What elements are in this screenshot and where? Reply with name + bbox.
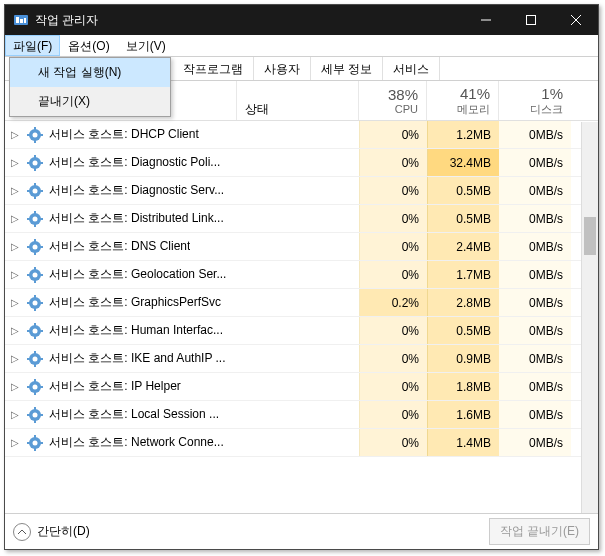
process-row[interactable]: ▷서비스 호스트: DNS Client0%2.4MB0MB/s: [5, 233, 598, 261]
svg-rect-23: [34, 196, 36, 199]
gear-icon: [27, 351, 43, 367]
svg-rect-13: [40, 134, 43, 136]
file-dropdown: 새 작업 실행(N) 끝내기(X): [9, 57, 171, 117]
process-disk: 0MB/s: [499, 345, 571, 372]
svg-rect-72: [27, 414, 30, 416]
svg-rect-28: [34, 211, 36, 214]
svg-point-27: [33, 216, 38, 221]
svg-rect-35: [34, 252, 36, 255]
process-disk: 0MB/s: [499, 177, 571, 204]
svg-rect-52: [34, 323, 36, 326]
chevron-up-icon: [13, 523, 31, 541]
expand-icon[interactable]: ▷: [11, 269, 23, 280]
svg-rect-71: [34, 420, 36, 423]
process-memory: 1.7MB: [427, 261, 499, 288]
process-name: 서비스 호스트: Diagnostic Poli...: [49, 154, 220, 171]
header-disk[interactable]: 1% 디스크: [499, 81, 571, 120]
process-row[interactable]: ▷서비스 호스트: DHCP Client0%1.2MB0MB/s: [5, 121, 598, 149]
svg-rect-41: [34, 280, 36, 283]
maximize-button[interactable]: [508, 5, 553, 35]
expand-icon[interactable]: ▷: [11, 213, 23, 224]
menu-options[interactable]: 옵션(O): [60, 35, 117, 56]
process-row[interactable]: ▷서비스 호스트: Local Session ...0%1.6MB0MB/s: [5, 401, 598, 429]
expand-icon[interactable]: ▷: [11, 437, 23, 448]
process-row[interactable]: ▷서비스 호스트: Diagnostic Poli...0%32.4MB0MB/…: [5, 149, 598, 177]
process-row[interactable]: ▷서비스 호스트: Distributed Link...0%0.5MB0MB/…: [5, 205, 598, 233]
titlebar[interactable]: 작업 관리자: [5, 5, 598, 35]
svg-rect-19: [40, 162, 43, 164]
minimize-button[interactable]: [463, 5, 508, 35]
svg-rect-42: [27, 274, 30, 276]
svg-rect-78: [27, 442, 30, 444]
tab-services[interactable]: 서비스: [383, 57, 440, 80]
process-memory: 0.5MB: [427, 205, 499, 232]
process-name: 서비스 호스트: DHCP Client: [49, 126, 199, 143]
fewer-details-label: 간단히(D): [37, 523, 90, 540]
process-memory: 0.5MB: [427, 177, 499, 204]
svg-rect-31: [40, 218, 43, 220]
svg-rect-70: [34, 407, 36, 410]
process-disk: 0MB/s: [499, 289, 571, 316]
gear-icon: [27, 155, 43, 171]
process-name: 서비스 호스트: Distributed Link...: [49, 210, 224, 227]
header-status[interactable]: 상태: [237, 81, 359, 120]
svg-point-9: [33, 132, 38, 137]
process-row[interactable]: ▷서비스 호스트: Human Interfac...0%0.5MB0MB/s: [5, 317, 598, 345]
expand-icon[interactable]: ▷: [11, 325, 23, 336]
svg-point-39: [33, 272, 38, 277]
svg-rect-73: [40, 414, 43, 416]
process-row[interactable]: ▷서비스 호스트: IKE and AuthIP ...0%0.9MB0MB/s: [5, 345, 598, 373]
svg-point-63: [33, 384, 38, 389]
svg-rect-30: [27, 218, 30, 220]
process-name: 서비스 호스트: DNS Client: [49, 238, 190, 255]
svg-rect-25: [40, 190, 43, 192]
svg-rect-43: [40, 274, 43, 276]
disk-percent: 1%: [507, 85, 563, 102]
menubar: 파일(F) 옵션(O) 보기(V) 새 작업 실행(N) 끝내기(X): [5, 35, 598, 57]
process-row[interactable]: ▷서비스 호스트: GraphicsPerfSvc0.2%2.8MB0MB/s: [5, 289, 598, 317]
scrollbar[interactable]: [581, 122, 598, 513]
menu-new-task[interactable]: 새 작업 실행(N): [10, 58, 170, 87]
tab-users[interactable]: 사용자: [254, 57, 311, 80]
svg-rect-2: [20, 19, 23, 23]
tab-startup[interactable]: 작프로그램: [173, 57, 254, 80]
svg-point-69: [33, 412, 38, 417]
expand-icon[interactable]: ▷: [11, 297, 23, 308]
svg-rect-79: [40, 442, 43, 444]
svg-rect-60: [27, 358, 30, 360]
svg-rect-66: [27, 386, 30, 388]
memory-label: 메모리: [435, 102, 490, 117]
svg-rect-76: [34, 435, 36, 438]
process-row[interactable]: ▷서비스 호스트: IP Helper0%1.8MB0MB/s: [5, 373, 598, 401]
expand-icon[interactable]: ▷: [11, 129, 23, 140]
fewer-details-button[interactable]: 간단히(D): [13, 523, 90, 541]
expand-icon[interactable]: ▷: [11, 157, 23, 168]
svg-rect-36: [27, 246, 30, 248]
expand-icon[interactable]: ▷: [11, 381, 23, 392]
close-button[interactable]: [553, 5, 598, 35]
process-row[interactable]: ▷서비스 호스트: Diagnostic Serv...0%0.5MB0MB/s: [5, 177, 598, 205]
header-cpu[interactable]: 38% CPU: [359, 81, 427, 120]
tab-details[interactable]: 세부 정보: [311, 57, 383, 80]
expand-icon[interactable]: ▷: [11, 241, 23, 252]
expand-icon[interactable]: ▷: [11, 185, 23, 196]
expand-icon[interactable]: ▷: [11, 409, 23, 420]
menu-exit[interactable]: 끝내기(X): [10, 87, 170, 116]
svg-rect-37: [40, 246, 43, 248]
process-row[interactable]: ▷서비스 호스트: Network Conne...0%1.4MB0MB/s: [5, 429, 598, 457]
content-area: 이름 상태 38% CPU 41% 메모리 1% 디스크 ▷서비스 호스트: D…: [5, 81, 598, 513]
menu-file[interactable]: 파일(F): [5, 35, 60, 56]
svg-point-45: [33, 300, 38, 305]
scroll-thumb[interactable]: [584, 217, 596, 255]
process-row[interactable]: ▷서비스 호스트: Geolocation Ser...0%1.7MB0MB/s: [5, 261, 598, 289]
menu-view[interactable]: 보기(V): [118, 35, 174, 56]
end-task-button[interactable]: 작업 끝내기(E): [489, 518, 590, 545]
cpu-percent: 38%: [367, 86, 418, 103]
header-memory[interactable]: 41% 메모리: [427, 81, 499, 120]
process-disk: 0MB/s: [499, 261, 571, 288]
process-list[interactable]: ▷서비스 호스트: DHCP Client0%1.2MB0MB/s▷서비스 호스…: [5, 121, 598, 513]
svg-rect-55: [40, 330, 43, 332]
expand-icon[interactable]: ▷: [11, 353, 23, 364]
statusbar: 간단히(D) 작업 끝내기(E): [5, 513, 598, 549]
svg-rect-47: [34, 308, 36, 311]
